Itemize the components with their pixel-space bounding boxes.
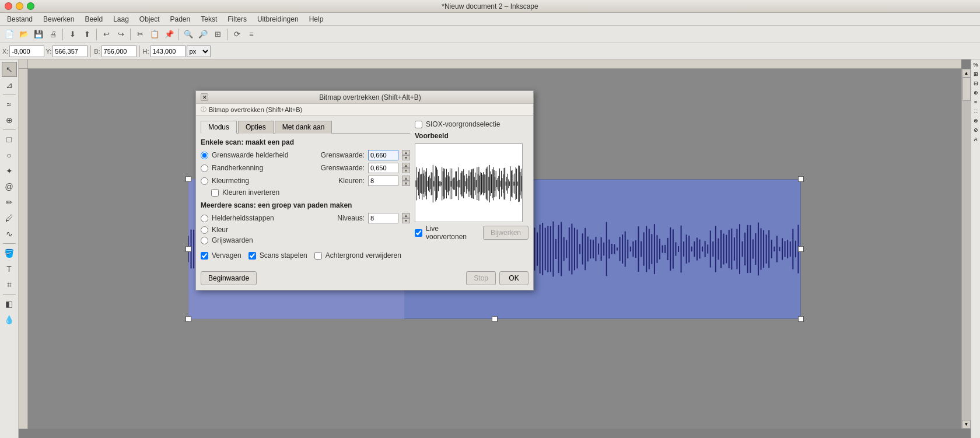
menu-bewerken[interactable]: Bewerken: [38, 14, 79, 24]
maximize-button[interactable]: [27, 2, 34, 10]
menu-bestand[interactable]: Bestand: [2, 14, 37, 24]
close-button[interactable]: [5, 2, 12, 10]
h-input[interactable]: [150, 45, 186, 57]
scrollbar-vertical[interactable]: ▲ ▼: [961, 69, 971, 429]
menu-paden[interactable]: Paden: [166, 14, 195, 24]
import-button[interactable]: ⬇: [65, 27, 79, 41]
checkbox-invert[interactable]: [211, 189, 219, 197]
spin-up-steps[interactable]: ▲: [402, 213, 410, 218]
minimize-button[interactable]: [16, 2, 23, 10]
handle-mr[interactable]: [798, 246, 804, 252]
beginwaarde-button[interactable]: Beginwaarde: [201, 271, 257, 285]
scroll-down-button[interactable]: ▼: [962, 420, 971, 429]
handle-tr[interactable]: [798, 176, 804, 182]
select-tool[interactable]: ↖: [2, 62, 17, 77]
spin-up-edge[interactable]: ▲: [402, 163, 410, 168]
undo-button[interactable]: ↩: [99, 27, 113, 41]
menu-help[interactable]: Help: [304, 14, 328, 24]
checkbox-live[interactable]: [415, 229, 422, 237]
menu-laag[interactable]: Laag: [108, 14, 134, 24]
redo-button[interactable]: ↪: [114, 27, 128, 41]
align-button[interactable]: ≡: [244, 27, 258, 41]
snap-btn-4[interactable]: ⊕: [972, 89, 980, 97]
export-button[interactable]: ⬆: [80, 27, 94, 41]
snap-btn-7[interactable]: ⊗: [972, 117, 980, 125]
tab-modus[interactable]: Modus: [201, 121, 237, 134]
node-tool[interactable]: ⊿: [2, 78, 17, 93]
menu-tekst[interactable]: Tekst: [196, 14, 222, 24]
kleuren-input[interactable]: [368, 176, 398, 186]
cut-button[interactable]: ✂: [133, 27, 147, 41]
radio-brightness-steps[interactable]: [201, 215, 208, 222]
snap-btn-9[interactable]: A: [972, 135, 980, 143]
radio-brightness[interactable]: [201, 152, 208, 159]
snap-btn-5[interactable]: ≡: [972, 98, 980, 106]
pen-tool[interactable]: 🖊: [2, 211, 17, 226]
handle-tl[interactable]: [186, 176, 191, 182]
radio-color[interactable]: [201, 177, 208, 185]
zoom-out-button[interactable]: 🔎: [196, 27, 210, 41]
save-button[interactable]: 💾: [32, 27, 46, 41]
checkbox-vervagen[interactable]: [201, 252, 208, 260]
spin-up-color[interactable]: ▲: [402, 176, 410, 181]
tweak-tool[interactable]: ≈: [2, 97, 17, 112]
radio-edge[interactable]: [201, 164, 208, 172]
menu-object[interactable]: Object: [135, 14, 164, 24]
checkbox-scans-stapelen[interactable]: [249, 252, 256, 260]
circle-tool[interactable]: ○: [2, 148, 17, 163]
tab-met-dank-aan[interactable]: Met dank aan: [275, 121, 332, 134]
spin-down-brightness[interactable]: ▼: [402, 155, 410, 160]
zoom-fit-button[interactable]: ⊞: [211, 27, 225, 41]
y-input[interactable]: [52, 45, 88, 57]
open-button[interactable]: 📂: [17, 27, 31, 41]
dropper-tool[interactable]: 💧: [2, 312, 17, 327]
tab-opties[interactable]: Opties: [238, 121, 274, 134]
copy-button[interactable]: 📋: [148, 27, 162, 41]
print-button[interactable]: 🖨: [46, 27, 60, 41]
gradient-tool[interactable]: ◧: [2, 296, 17, 311]
radio-color-multi[interactable]: [201, 226, 208, 234]
spin-down-edge[interactable]: ▼: [402, 168, 410, 173]
radio-grayscale[interactable]: [201, 237, 208, 244]
zoom-tool[interactable]: ⊕: [2, 113, 17, 128]
transform-button[interactable]: ⟳: [230, 27, 244, 41]
spin-down-steps[interactable]: ▼: [402, 218, 410, 223]
snap-btn-6[interactable]: ∷: [972, 107, 980, 115]
niveaus-input[interactable]: [368, 213, 398, 223]
bucket-tool[interactable]: 🪣: [2, 246, 17, 261]
zoom-in-button[interactable]: 🔍: [181, 27, 195, 41]
handle-bm[interactable]: [492, 316, 498, 322]
new-button[interactable]: 📄: [2, 27, 16, 41]
spin-up-brightness[interactable]: ▲: [402, 150, 410, 155]
paste-button[interactable]: 📌: [162, 27, 176, 41]
b-input[interactable]: [102, 45, 136, 57]
rect-tool[interactable]: □: [2, 132, 17, 147]
dialog-close-icon[interactable]: ✕: [201, 93, 208, 101]
window-controls[interactable]: [5, 2, 34, 10]
menu-uitbreidingen[interactable]: Uitbreidingen: [253, 14, 303, 24]
stop-button[interactable]: Stop: [466, 271, 496, 285]
spin-down-color[interactable]: ▼: [402, 181, 410, 186]
snap-btn-2[interactable]: ⊞: [972, 70, 980, 78]
ok-button[interactable]: OK: [499, 271, 528, 285]
text-tool[interactable]: T: [2, 261, 17, 276]
grenswaarde-edge-input[interactable]: [368, 163, 398, 173]
checkbox-achtergrond[interactable]: [314, 252, 322, 260]
calligraphy-tool[interactable]: ∿: [2, 226, 17, 241]
handle-br[interactable]: [798, 316, 804, 322]
unit-select[interactable]: px mm cm in: [187, 45, 211, 57]
bijwerken-button[interactable]: Bijwerken: [483, 226, 528, 240]
scroll-up-button[interactable]: ▲: [962, 69, 971, 78]
snap-btn-1[interactable]: %: [972, 61, 980, 69]
menu-beeld[interactable]: Beeld: [80, 14, 107, 24]
menu-filters[interactable]: Filters: [223, 14, 251, 24]
pencil-tool[interactable]: ✏: [2, 195, 17, 210]
spiral-tool[interactable]: @: [2, 179, 17, 194]
star-tool[interactable]: ✦: [2, 163, 17, 178]
x-input[interactable]: [9, 45, 44, 57]
snap-btn-3[interactable]: ⊟: [972, 79, 980, 87]
grenswaarde-helderheid-input[interactable]: [368, 150, 398, 160]
checkbox-siox[interactable]: [415, 121, 422, 128]
handle-bl[interactable]: [186, 316, 191, 322]
scrollbar-thumb[interactable]: [963, 78, 971, 101]
